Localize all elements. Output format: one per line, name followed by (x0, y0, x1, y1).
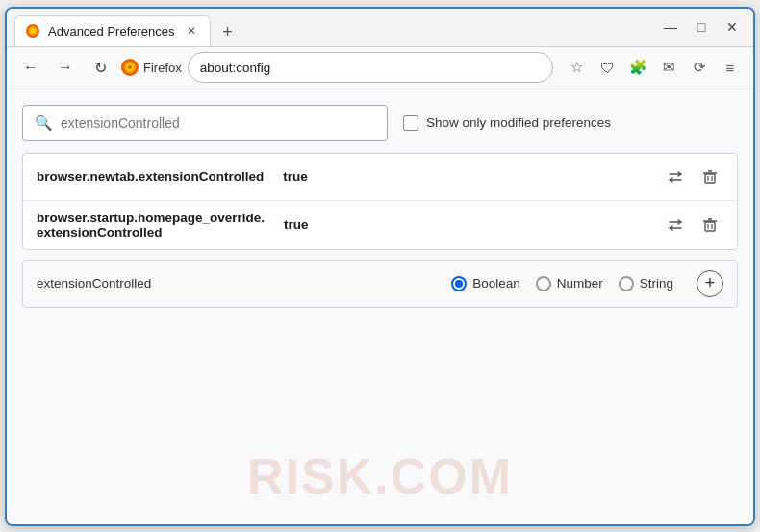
svg-rect-7 (705, 174, 715, 183)
reload-button[interactable]: ↻ (86, 53, 114, 82)
pref-name-2-line2: extensionControlled (37, 225, 265, 240)
window-controls: — □ ✕ (657, 13, 746, 40)
number-radio-circle (536, 276, 551, 291)
extension-icon[interactable]: 🧩 (624, 54, 651, 81)
delete-button-1[interactable] (697, 164, 723, 190)
add-preference-row: extensionControlled Boolean Number Strin… (22, 260, 738, 308)
pref-actions-1 (662, 164, 723, 190)
delete-icon-1 (702, 169, 718, 185)
svg-point-6 (128, 65, 132, 69)
swap-button-1[interactable] (662, 164, 689, 190)
nav-icons-group: ☆ 🛡 🧩 ✉ ⟳ ≡ (563, 54, 744, 81)
tab-area: Advanced Preferences ✕ + (14, 9, 646, 46)
browser-window: Advanced Preferences ✕ + — □ ✕ ← → ↻ Fir… (5, 7, 755, 526)
type-radio-group: Boolean Number String (451, 276, 673, 291)
firefox-logo (120, 58, 139, 77)
show-modified-label: Show only modified preferences (426, 115, 611, 130)
new-tab-button[interactable]: + (215, 19, 241, 46)
search-input[interactable]: extensionControlled (61, 115, 375, 131)
email-icon[interactable]: ✉ (655, 54, 682, 81)
number-radio-item[interactable]: Number (536, 276, 603, 291)
forward-button[interactable]: → (51, 53, 80, 82)
boolean-label: Boolean (472, 276, 520, 291)
title-bar: Advanced Preferences ✕ + — □ ✕ (7, 9, 753, 47)
brand-area: Firefox (120, 58, 182, 77)
pref-value-2: true (284, 217, 309, 232)
maximize-button[interactable]: □ (688, 13, 715, 40)
table-row: browser.startup.homepage_override. exten… (23, 201, 737, 249)
page-content: RISK.COM 🔍 extensionControlled Show only… (7, 89, 753, 524)
active-tab[interactable]: Advanced Preferences ✕ (14, 15, 211, 46)
add-preference-button[interactable]: + (697, 270, 723, 297)
search-row: 🔍 extensionControlled Show only modified… (22, 105, 738, 141)
show-modified-area: Show only modified preferences (403, 115, 611, 131)
bookmark-star-icon[interactable]: ☆ (563, 54, 590, 81)
swap-button-2[interactable] (662, 212, 689, 239)
search-icon: 🔍 (35, 114, 53, 132)
svg-rect-12 (705, 222, 715, 231)
pref-value-1: true (283, 169, 308, 184)
back-button[interactable]: ← (16, 53, 45, 82)
show-modified-checkbox[interactable] (403, 115, 418, 131)
swap-icon-2 (667, 216, 684, 234)
delete-icon-2 (702, 217, 718, 233)
table-row: browser.newtab.extensionControlled true (23, 154, 737, 201)
pref-actions-2 (662, 212, 723, 239)
tab-close-button[interactable]: ✕ (183, 22, 200, 39)
boolean-radio-item[interactable]: Boolean (451, 276, 520, 291)
tab-title: Advanced Preferences (48, 24, 175, 38)
address-bar[interactable]: about:config (188, 52, 553, 83)
add-pref-name: extensionControlled (37, 276, 151, 291)
navigation-bar: ← → ↻ Firefox about:config ☆ 🛡 🧩 ✉ ⟳ ≡ (7, 47, 753, 89)
browser-brand: Firefox (143, 61, 182, 75)
string-radio-item[interactable]: String (619, 276, 673, 291)
string-radio-circle (619, 276, 634, 291)
delete-button-2[interactable] (697, 212, 723, 239)
minimize-button[interactable]: — (657, 13, 684, 40)
shield-icon[interactable]: 🛡 (594, 54, 621, 81)
watermark: RISK.COM (247, 447, 513, 505)
close-button[interactable]: ✕ (719, 13, 746, 40)
string-label: String (640, 276, 673, 291)
menu-icon[interactable]: ≡ (717, 54, 744, 81)
preferences-table: browser.newtab.extensionControlled true (22, 153, 738, 250)
pref-name-2-line1: browser.startup.homepage_override. (37, 211, 265, 225)
swap-icon-1 (667, 168, 684, 186)
pref-name-1: browser.newtab.extensionControlled (37, 169, 264, 184)
tab-favicon (25, 23, 40, 38)
sync-icon[interactable]: ⟳ (686, 54, 713, 81)
svg-point-2 (30, 28, 36, 34)
number-label: Number (557, 276, 603, 291)
preference-search-box[interactable]: 🔍 extensionControlled (22, 105, 388, 141)
boolean-radio-circle (451, 276, 467, 291)
address-text: about:config (200, 61, 271, 75)
pref-name-2-multiline: browser.startup.homepage_override. exten… (37, 211, 265, 240)
